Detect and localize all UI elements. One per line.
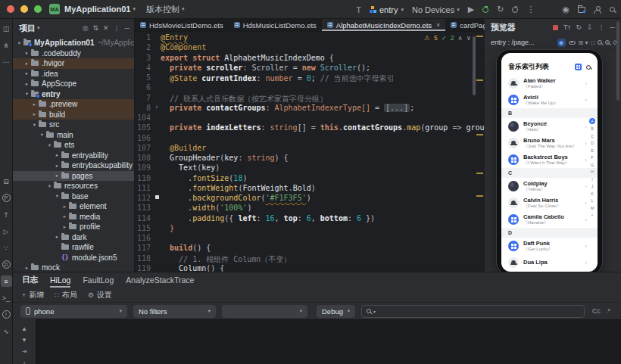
code-line[interactable]: 109 Text(key) xyxy=(135,163,485,173)
terminal-tool-icon[interactable]: >_ xyxy=(1,292,12,303)
eye-icon[interactable] xyxy=(569,41,576,45)
log-tab-hilog[interactable]: HiLog xyxy=(50,272,70,288)
log-tab-analyzestacktrace[interactable]: AnalyzeStackTrace xyxy=(126,272,194,288)
collapse-all-icon[interactable]: ✕ xyxy=(103,24,109,32)
chevron-right-icon[interactable]: ▸ xyxy=(54,173,61,179)
code-line[interactable]: 114 .padding({ left: 16, top: 6, bottom:… xyxy=(135,214,485,224)
add-button[interactable]: +新增 xyxy=(22,290,44,300)
debug-tool-icon[interactable]: D xyxy=(2,260,11,269)
code-line[interactable]: 104 xyxy=(135,114,485,123)
more-tools-icon[interactable]: ⋯ xyxy=(1,56,12,67)
indexer-letter[interactable]: F xyxy=(591,154,593,162)
tree-item-ets[interactable]: ▾ets xyxy=(13,140,134,151)
alphabet-indexer[interactable]: ABCDEFGHIJKLM• xyxy=(588,118,596,219)
chevron-right-icon[interactable]: ▸ xyxy=(61,204,68,210)
tree-item-myapplication01[interactable]: ▾MyApplication01~/MyApplication/MyAp xyxy=(13,38,134,48)
chevron-down-icon[interactable]: ▾ xyxy=(16,40,23,46)
problems-tool-icon[interactable]: ! xyxy=(2,310,11,319)
export-icon[interactable]: ⇩ xyxy=(587,23,593,31)
chevron-down-icon[interactable]: ▾ xyxy=(39,132,45,138)
expand-icon[interactable]: › xyxy=(23,359,26,364)
zoom-in-icon[interactable]: + xyxy=(605,40,610,45)
frame-icon[interactable]: □ xyxy=(591,39,594,46)
fold-icon[interactable]: › xyxy=(153,104,161,114)
indexer-letter[interactable]: • xyxy=(591,212,593,219)
music-list-item[interactable]: Coldplay《Yellow》› xyxy=(501,178,598,194)
music-list-item[interactable]: Bruno Mars《Just The Way You Are》› xyxy=(501,135,598,151)
tab-hdsmusiclistdemo-ets[interactable]: HdsMusicListDemo.ets xyxy=(229,19,322,31)
chevron-down-icon[interactable]: ▾ xyxy=(23,91,30,97)
tree-item-build[interactable]: ▸build xyxy=(13,110,134,120)
indexer-letter[interactable]: E xyxy=(591,148,594,155)
profiler-icon[interactable] xyxy=(512,7,518,13)
device-file-browser-icon[interactable] xyxy=(578,7,585,13)
tree-item-src[interactable]: ▾src xyxy=(13,120,134,130)
chevron-right-icon[interactable]: ▸ xyxy=(54,152,61,158)
previewer-scrollbar[interactable] xyxy=(616,21,619,101)
tree-item-mock[interactable]: ▸mock xyxy=(13,263,134,272)
project-selector[interactable]: MyApplication01▾ xyxy=(64,5,136,14)
tree-item-rawfile[interactable]: rawfile xyxy=(13,242,134,253)
hide-panel-icon[interactable]: ─ xyxy=(610,23,615,31)
next-issue-icon[interactable]: ∨ xyxy=(467,34,471,42)
music-list-item[interactable]: Beyoncé《Halo》› xyxy=(501,118,598,135)
previewer-tool-icon[interactable]: P xyxy=(2,194,11,202)
chevron-down-icon[interactable]: ▾ xyxy=(46,183,53,189)
code-line[interactable]: 116 xyxy=(135,234,485,244)
code-line[interactable]: 117 build() { xyxy=(135,244,485,254)
chevron-down-icon[interactable]: ▾ xyxy=(46,142,53,148)
maximize-window-icon[interactable] xyxy=(34,5,42,13)
code-line[interactable]: 6 xyxy=(135,83,485,93)
log-search-input[interactable]: ▾ xyxy=(361,305,585,318)
warning-stripe-mark[interactable] xyxy=(476,36,483,37)
chevron-right-icon[interactable]: ▸ xyxy=(31,111,38,117)
indexer-letter[interactable]: G xyxy=(591,162,594,170)
chevron-right-icon[interactable]: ▸ xyxy=(23,81,30,87)
chevron-right-icon[interactable]: ▸ xyxy=(23,70,30,76)
tree-item-element[interactable]: ▸element xyxy=(13,201,134,212)
soft-wrap-icon[interactable]: ⇥ xyxy=(22,348,27,355)
chevron-right-icon[interactable]: ▸ xyxy=(23,50,30,56)
indexer-letter[interactable]: J xyxy=(591,183,594,191)
minimize-window-icon[interactable] xyxy=(20,5,28,13)
search-icon[interactable] xyxy=(586,65,591,70)
code-editor[interactable]: ⚠5 ✓2 ∧ ∨ 1@Entry2@Component3export stru… xyxy=(135,32,485,272)
text-size-icon[interactable]: Tт xyxy=(563,23,571,31)
tab-hdsmovielistdemo-ets[interactable]: HdsMovieListDemo.ets xyxy=(135,19,229,31)
grid-view-icon[interactable] xyxy=(575,64,582,70)
indexer-letter[interactable]: K xyxy=(591,191,594,198)
chevron-right-icon[interactable]: ▸ xyxy=(61,213,68,219)
custom-filter-dropdown[interactable]: ▾ xyxy=(222,305,307,318)
code-line[interactable]: 115 } xyxy=(135,224,485,234)
code-line[interactable]: 108 GroupHeader(key: string) { xyxy=(135,154,485,163)
account-icon[interactable] xyxy=(594,6,601,14)
tree-item--preview[interactable]: ▸.preview xyxy=(13,99,134,110)
more-icon[interactable]: ⋮ xyxy=(598,23,605,31)
tree-item-base[interactable]: ▾base xyxy=(13,191,134,202)
run-tool-icon[interactable]: ▷ xyxy=(1,226,12,237)
tree-item-entrybackupability[interactable]: ▸entrybackupability xyxy=(13,160,134,171)
prev-issue-icon[interactable]: ∧ xyxy=(458,34,463,42)
code-line[interactable]: 119 Column() { xyxy=(135,264,485,272)
code-line[interactable]: 3export struct AlphabetMusicIndexDemo { xyxy=(135,54,485,64)
code-line[interactable]: 2@Component xyxy=(135,43,485,53)
device-manager-icon[interactable]: T xyxy=(1,209,12,220)
tool-icon[interactable]: T xyxy=(356,5,361,14)
indexer-letter[interactable]: H xyxy=(591,169,594,176)
music-list-item[interactable]: Daft Punk《Get Lucky》› xyxy=(501,238,598,254)
zoom-out-icon[interactable]: - xyxy=(598,40,602,45)
code-line[interactable]: 106 xyxy=(135,134,485,144)
warning-stripe-mark[interactable] xyxy=(476,79,483,81)
chevron-down-icon[interactable]: ▾ xyxy=(31,122,38,128)
indexer-letter[interactable]: I xyxy=(591,176,593,184)
inspect-icon[interactable]: ◉ xyxy=(557,39,566,47)
indexer-selected-letter[interactable]: A xyxy=(589,118,595,124)
log-tab-faultlog[interactable]: FaultLog xyxy=(83,272,114,288)
music-list-item[interactable]: Dua Lipa› xyxy=(501,254,598,271)
tab-cardpage-ets[interactable]: cardPage.ets xyxy=(445,19,485,31)
regex-toggle[interactable]: .* xyxy=(606,307,610,315)
refresh-icon[interactable]: ↻ xyxy=(576,23,582,31)
run-icon[interactable]: ▶ xyxy=(468,5,474,14)
filter-dropdown[interactable]: No filters ▾ xyxy=(133,305,216,318)
settings-button[interactable]: ⚙设置 xyxy=(88,290,112,300)
